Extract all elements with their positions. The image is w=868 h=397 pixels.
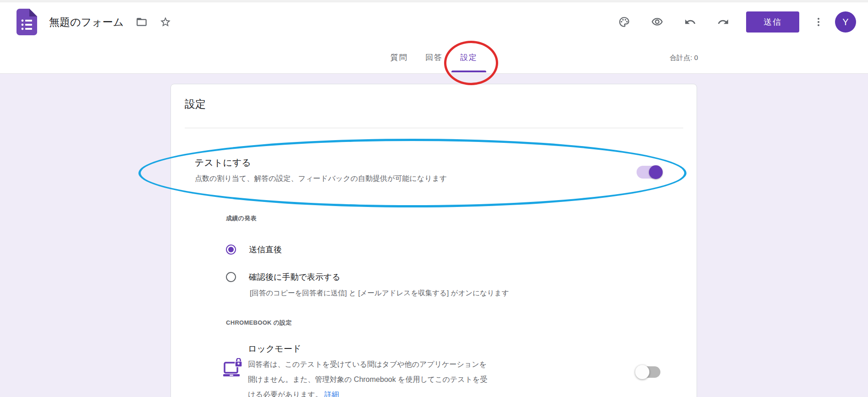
radio-option-manual[interactable]: 確認後に手動で表示する (226, 272, 341, 283)
settings-card: 設定 テストにする 点数の割り当て、解答の設定、フィードバックの自動提供が可能に… (170, 84, 697, 397)
details-link[interactable]: 詳細 (324, 391, 339, 397)
laptop-lock-icon (223, 358, 243, 380)
star-icon[interactable] (159, 16, 171, 28)
redo-icon[interactable] (712, 11, 734, 33)
tab-questions[interactable]: 質問 (385, 42, 413, 73)
tab-settings[interactable]: 設定 (455, 42, 483, 73)
locked-mode-desc-line3-text: ける必要があります。 (248, 391, 323, 397)
locked-mode-desc-line2: 開けません。また、管理対象の Chromebook を使用してこのテストを受 (248, 375, 488, 385)
more-options-icon[interactable] (809, 11, 828, 33)
chromebook-settings-label: CHROMEBOOK の設定 (226, 319, 292, 327)
theme-palette-icon[interactable] (613, 11, 635, 33)
make-quiz-title: テストにする (195, 157, 251, 169)
account-avatar[interactable]: Y (835, 11, 856, 33)
locked-mode-title: ロックモード (248, 343, 301, 355)
radio-selected-icon (226, 245, 236, 255)
tab-responses[interactable]: 回答 (420, 42, 448, 73)
locked-mode-desc-line1: 回答者は、このテストを受けている間はタブや他のアプリケーションを (248, 360, 487, 370)
radio-unselected-icon (226, 272, 236, 282)
radio-option-manual-label: 確認後に手動で表示する (249, 272, 341, 283)
google-forms-logo-icon[interactable] (16, 9, 37, 35)
toggle-thumb (649, 165, 663, 179)
move-folder-icon[interactable] (136, 16, 148, 28)
preview-eye-icon[interactable] (646, 11, 668, 33)
active-tab-underline (451, 71, 486, 72)
make-quiz-description: 点数の割り当て、解答の設定、フィードバックの自動提供が可能になります (195, 174, 447, 184)
tab-group: 質問 回答 設定 (385, 42, 483, 73)
settings-page-background: 設定 テストにする 点数の割り当て、解答の設定、フィードバックの自動提供が可能に… (0, 74, 868, 397)
app-header: 無題のフォーム 送信 Y (0, 2, 868, 42)
send-button[interactable]: 送信 (746, 11, 799, 33)
divider (185, 128, 683, 128)
tab-settings-label: 設定 (460, 52, 478, 63)
locked-mode-desc-line3: ける必要があります。詳細 (248, 390, 339, 397)
radio-option-immediately[interactable]: 送信直後 (226, 244, 282, 255)
toggle-thumb (635, 365, 649, 379)
radio-option-manual-note: [回答のコピーを回答者に送信] と [メールアドレスを収集する] がオンになりま… (250, 288, 509, 298)
header-actions: 送信 Y (602, 11, 856, 33)
undo-icon[interactable] (679, 11, 701, 33)
release-grades-label: 成績の発表 (226, 214, 257, 223)
radio-option-immediately-label: 送信直後 (249, 244, 282, 255)
tab-bar: 質問 回答 設定 合計点: 0 (0, 42, 868, 74)
make-quiz-toggle[interactable] (637, 166, 662, 179)
locked-mode-toggle[interactable] (637, 366, 660, 378)
radio-dot (228, 247, 234, 252)
form-title[interactable]: 無題のフォーム (49, 15, 124, 29)
total-points-label: 合計点: 0 (670, 53, 698, 62)
settings-card-title: 設定 (185, 97, 206, 111)
